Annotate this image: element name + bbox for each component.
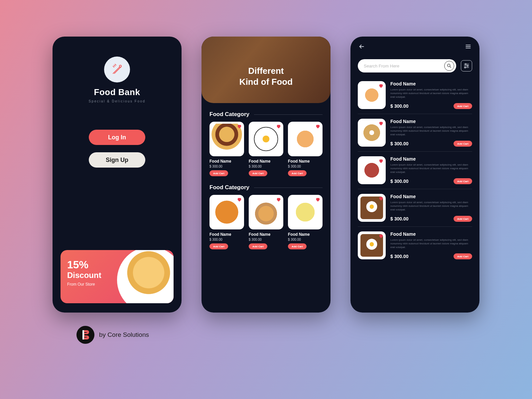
food-image <box>358 231 386 259</box>
screen-categories: Different Kind of Food Food Category Foo… <box>201 37 331 313</box>
heart-icon[interactable] <box>378 196 384 201</box>
food-image <box>358 81 386 109</box>
heart-icon[interactable] <box>378 83 384 88</box>
food-card[interactable]: Food Name$ 300.00Add Cart <box>288 122 323 176</box>
list-item[interactable]: Food NameLorem ipsum dolor sit amet, con… <box>358 189 472 227</box>
food-price: $ 300.00 <box>288 165 323 168</box>
food-price: $ 300.00 <box>390 254 409 259</box>
add-cart-button[interactable]: Add Cart <box>454 178 472 184</box>
food-name: Food Name <box>288 159 323 164</box>
add-cart-button[interactable]: Add Cart <box>209 170 228 176</box>
food-card[interactable]: Food Name$ 300.00Add Cart <box>288 195 323 249</box>
heart-icon[interactable] <box>276 197 281 202</box>
food-price: $ 300.00 <box>209 165 244 168</box>
food-price: $ 300.00 <box>209 238 244 241</box>
svg-line-8 <box>450 66 451 67</box>
food-name: Food Name <box>390 194 472 199</box>
food-name: Food Name <box>209 232 244 237</box>
signup-button[interactable]: Sign Up <box>89 152 145 168</box>
svg-point-14 <box>465 67 466 68</box>
add-cart-button[interactable]: Add Cart <box>454 141 472 147</box>
food-image <box>288 195 323 229</box>
heart-icon[interactable] <box>378 121 384 126</box>
food-image <box>209 122 244 156</box>
section-header: Food Category <box>201 176 331 195</box>
svg-point-12 <box>467 65 468 66</box>
food-card[interactable]: Food Name$ 300.00Add Cart <box>209 195 244 249</box>
food-name: Food Name <box>390 231 472 237</box>
heart-icon[interactable] <box>237 197 242 202</box>
screen-search: Food NameLorem ipsum dolor sit amet, con… <box>350 37 479 313</box>
brand-tagline: Special & Delicious Food <box>88 99 145 103</box>
food-name: Food Name <box>249 232 283 237</box>
food-name: Food Name <box>390 156 472 162</box>
search-bar[interactable] <box>358 59 456 72</box>
heart-icon[interactable] <box>378 233 384 239</box>
footer-brand: by Core Solutions <box>76 326 149 344</box>
add-cart-button[interactable]: Add Cart <box>288 170 307 176</box>
svg-point-7 <box>448 64 450 67</box>
food-name: Food Name <box>288 232 323 237</box>
search-input[interactable] <box>364 64 444 68</box>
add-cart-button[interactable]: Add Cart <box>454 253 472 259</box>
add-cart-button[interactable]: Add Cart <box>288 243 307 249</box>
food-image <box>358 119 386 147</box>
app-logo <box>104 57 130 82</box>
food-description: Lorem ipsum dolor sit amet, consectetuer… <box>390 238 472 249</box>
food-description: Lorem ipsum dolor sit amet, consectetuer… <box>390 163 472 174</box>
heart-icon[interactable] <box>237 124 242 129</box>
food-card[interactable]: Food Name$ 300.00Add Cart <box>209 122 244 176</box>
food-name: Food Name <box>209 159 244 164</box>
food-image <box>249 195 283 229</box>
brand-name: Food Bank <box>94 87 140 97</box>
promo-card[interactable]: 15% Discount From Our Store <box>61 250 174 303</box>
screen-login: Food Bank Special & Delicious Food Log I… <box>53 37 182 313</box>
heart-icon[interactable] <box>315 124 321 129</box>
menu-icon[interactable] <box>464 43 472 51</box>
add-cart-button[interactable]: Add Cart <box>454 103 472 109</box>
food-image <box>358 156 386 184</box>
food-name: Food Name <box>390 81 472 86</box>
list-item[interactable]: Food NameLorem ipsum dolor sit amet, con… <box>358 76 472 114</box>
hero-banner: Different Kind of Food <box>201 37 331 103</box>
list-item[interactable]: Food NameLorem ipsum dolor sit amet, con… <box>358 114 472 152</box>
food-image <box>288 122 323 156</box>
section-header: Food Category <box>201 103 331 122</box>
heart-icon[interactable] <box>378 158 384 164</box>
add-cart-button[interactable]: Add Cart <box>454 216 472 222</box>
food-price: $ 300.00 <box>288 238 323 241</box>
login-button[interactable]: Log In <box>89 130 145 145</box>
food-price: $ 300.00 <box>249 238 283 241</box>
food-card[interactable]: Food Name$ 300.00Add Cart <box>249 122 283 176</box>
list-item[interactable]: Food NameLorem ipsum dolor sit amet, con… <box>358 152 472 189</box>
food-description: Lorem ipsum dolor sit amet, consectetuer… <box>390 200 472 212</box>
search-icon[interactable] <box>444 61 454 71</box>
food-price: $ 300.00 <box>390 141 409 146</box>
food-price: $ 300.00 <box>390 216 409 221</box>
heart-icon[interactable] <box>315 197 321 202</box>
food-description: Lorem ipsum dolor sit amet, consectetuer… <box>390 88 472 99</box>
footer-text: by Core Solutions <box>99 331 149 338</box>
brand-badge-icon <box>76 326 94 344</box>
food-price: $ 300.00 <box>390 103 409 109</box>
food-image <box>209 195 244 229</box>
food-price: $ 300.00 <box>390 179 409 184</box>
filter-icon[interactable] <box>461 60 472 71</box>
list-item[interactable]: Food NameLorem ipsum dolor sit amet, con… <box>358 227 472 264</box>
back-icon[interactable] <box>358 43 366 51</box>
svg-rect-15 <box>82 330 84 339</box>
add-cart-button[interactable]: Add Cart <box>249 170 267 176</box>
food-description: Lorem ipsum dolor sit amet, consectetuer… <box>390 125 472 137</box>
add-cart-button[interactable]: Add Cart <box>249 243 267 249</box>
food-image <box>358 194 386 222</box>
food-card[interactable]: Food Name$ 300.00Add Cart <box>249 195 283 249</box>
svg-point-0 <box>119 65 121 67</box>
hero-title: Different Kind of Food <box>239 66 293 87</box>
add-cart-button[interactable]: Add Cart <box>209 243 228 249</box>
heart-icon[interactable] <box>276 124 281 129</box>
food-name: Food Name <box>249 159 283 164</box>
food-image <box>249 122 283 156</box>
food-price: $ 300.00 <box>249 165 283 168</box>
svg-point-10 <box>465 64 466 65</box>
food-name: Food Name <box>390 119 472 124</box>
